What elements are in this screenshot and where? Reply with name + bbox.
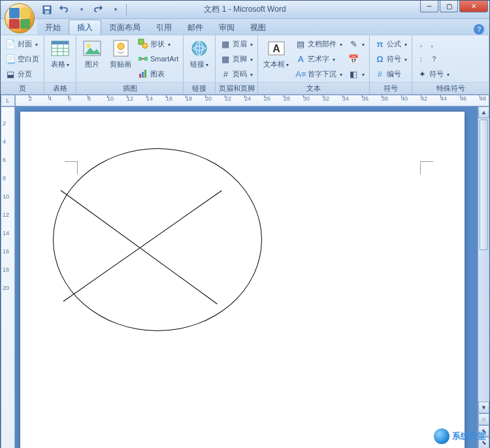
shapes-icon bbox=[138, 39, 148, 49]
tab-view[interactable]: 视图 bbox=[242, 20, 274, 35]
smartart-button[interactable]: SmartArt bbox=[136, 52, 180, 66]
signature-button[interactable]: ✎ bbox=[346, 37, 367, 51]
titlebar: 文档 1 - Microsoft Word ─ ▢ ✕ bbox=[1, 1, 489, 19]
scroll-down-button[interactable]: ▼ bbox=[478, 402, 489, 413]
blank-icon: 📃 bbox=[5, 54, 16, 64]
redo-button[interactable] bbox=[91, 3, 105, 17]
close-button[interactable]: ✕ bbox=[459, 1, 488, 12]
ribbon: 📄封面 📃空白页 ⬓分页 页 表格 表格 图片 bbox=[1, 35, 489, 95]
maximize-button[interactable]: ▢ bbox=[440, 1, 458, 12]
save-button[interactable] bbox=[40, 3, 54, 17]
chart-button[interactable]: 图表 bbox=[136, 67, 180, 81]
parts-icon: ▤ bbox=[295, 39, 306, 49]
scroll-up-button[interactable]: ▲ bbox=[478, 106, 489, 118]
special-more-button[interactable]: ✦符号 bbox=[415, 67, 451, 81]
scroll-track[interactable] bbox=[478, 118, 489, 402]
footer-button[interactable]: ▦页脚 bbox=[218, 52, 255, 66]
browse-object-button[interactable]: ○ bbox=[478, 413, 489, 425]
document-page[interactable] bbox=[20, 112, 465, 448]
dropcap-icon: A≡ bbox=[295, 69, 306, 79]
cover-page-button[interactable]: 📄封面 bbox=[3, 37, 41, 51]
crop-mark-tl bbox=[65, 161, 78, 174]
group-special: ， 。 ： ？ ✦符号 特殊符号 bbox=[412, 35, 489, 94]
group-links-label: 链接 bbox=[184, 82, 215, 94]
shapes-button[interactable]: 形状 bbox=[136, 37, 180, 51]
object-icon: ◧ bbox=[348, 69, 359, 79]
ruler-corner[interactable]: L bbox=[1, 95, 15, 106]
undo-button[interactable] bbox=[57, 3, 71, 17]
sym-question[interactable]: ？ bbox=[428, 52, 440, 66]
sym-period[interactable]: 。 bbox=[428, 37, 440, 51]
tab-review[interactable]: 审阅 bbox=[211, 20, 242, 35]
tab-mailings[interactable]: 邮件 bbox=[180, 20, 211, 35]
svg-rect-16 bbox=[144, 57, 148, 61]
tab-home[interactable]: 开始 bbox=[37, 20, 69, 35]
watermark: 系统天堂 bbox=[434, 428, 486, 444]
minimize-button[interactable]: ─ bbox=[420, 1, 438, 12]
ribbon-tabs: 开始 插入 页面布局 引用 邮件 审阅 视图 ? bbox=[37, 19, 489, 35]
svg-rect-13 bbox=[139, 39, 144, 44]
tab-insert[interactable]: 插入 bbox=[69, 20, 101, 35]
quickparts-button[interactable]: ▤文档部件 bbox=[293, 37, 344, 51]
number-button[interactable]: #编号 bbox=[372, 67, 409, 81]
textbox-icon: A bbox=[266, 38, 287, 59]
page-viewport[interactable] bbox=[15, 106, 478, 448]
ellipse-shape[interactable] bbox=[53, 148, 262, 331]
picture-button[interactable]: 图片 bbox=[79, 37, 105, 69]
help-button[interactable]: ? bbox=[474, 24, 484, 35]
word-window: 文档 1 - Microsoft Word ─ ▢ ✕ 开始 插入 页面布局 引… bbox=[0, 0, 490, 448]
vertical-scrollbar: ▲ ▼ ○ ⬉ ⬊ bbox=[478, 106, 489, 448]
group-symbols: π公式 Ω符号 #编号 符号 bbox=[370, 35, 412, 94]
group-symbols-label: 符号 bbox=[370, 82, 412, 94]
clipart-button[interactable]: 剪贴画 bbox=[107, 37, 134, 69]
hyperlink-button[interactable]: 链接 bbox=[186, 37, 212, 70]
group-headerfooter: ▦页眉 ▦页脚 #页码 页眉和页脚 bbox=[216, 35, 258, 94]
picture-icon bbox=[82, 38, 103, 59]
page-break-button[interactable]: ⬓分页 bbox=[3, 67, 41, 81]
tab-pagelayout[interactable]: 页面布局 bbox=[101, 20, 148, 35]
link-icon bbox=[189, 38, 210, 59]
cover-icon: 📄 bbox=[5, 39, 16, 49]
office-button[interactable] bbox=[5, 3, 35, 33]
qat-customize[interactable] bbox=[108, 3, 122, 17]
globe-icon bbox=[434, 428, 449, 444]
pagenum-button[interactable]: #页码 bbox=[218, 67, 255, 81]
object-button[interactable]: ◧ bbox=[346, 67, 367, 81]
special-icon: ✦ bbox=[417, 69, 427, 79]
group-text: A 文本框 ▤文档部件 A艺术字 A≡首字下沉 ✎ 📅 ◧ 文本 bbox=[258, 35, 370, 94]
equation-button[interactable]: π公式 bbox=[372, 37, 409, 51]
document-area: 2468101214161820 ▲ ▼ ○ ⬉ ⬊ bbox=[1, 106, 489, 448]
footer-icon: ▦ bbox=[220, 54, 231, 64]
tab-references[interactable]: 引用 bbox=[148, 20, 180, 35]
group-tables: 表格 表格 bbox=[44, 35, 76, 94]
sym-comma[interactable]: ， bbox=[415, 37, 427, 51]
wordart-button[interactable]: A艺术字 bbox=[293, 52, 344, 66]
group-tables-label: 表格 bbox=[44, 82, 76, 94]
window-controls: ─ ▢ ✕ bbox=[420, 1, 489, 12]
scroll-thumb[interactable] bbox=[480, 120, 488, 250]
equation-icon: π bbox=[374, 39, 385, 49]
svg-rect-1 bbox=[44, 7, 50, 9]
sym-colon[interactable]: ： bbox=[415, 52, 427, 66]
table-button[interactable]: 表格 bbox=[47, 37, 73, 70]
undo-dropdown[interactable] bbox=[74, 3, 88, 17]
chart-icon bbox=[138, 69, 148, 79]
textbox-button[interactable]: A 文本框 bbox=[261, 37, 291, 70]
svg-point-10 bbox=[87, 44, 91, 48]
group-illustrations: 图片 剪贴画 形状 SmartArt 图表 插图 bbox=[76, 35, 184, 94]
group-links: 链接 链接 bbox=[184, 35, 216, 94]
horizontal-ruler[interactable]: 2468101214161820222426283032343638404244… bbox=[15, 95, 489, 106]
number-icon: # bbox=[374, 69, 385, 79]
break-icon: ⬓ bbox=[5, 69, 16, 79]
clipart-icon bbox=[110, 38, 131, 59]
header-button[interactable]: ▦页眉 bbox=[218, 37, 255, 51]
blank-page-button[interactable]: 📃空白页 bbox=[3, 52, 41, 66]
datetime-button[interactable]: 📅 bbox=[346, 52, 367, 66]
symbol-button[interactable]: Ω符号 bbox=[372, 52, 409, 66]
group-illustrations-label: 插图 bbox=[76, 82, 183, 94]
group-headerfooter-label: 页眉和页脚 bbox=[216, 82, 257, 94]
svg-rect-18 bbox=[142, 72, 144, 78]
dropcap-button[interactable]: A≡首字下沉 bbox=[293, 67, 344, 81]
vertical-ruler[interactable]: 2468101214161820 bbox=[1, 106, 15, 448]
svg-rect-2 bbox=[45, 10, 49, 14]
